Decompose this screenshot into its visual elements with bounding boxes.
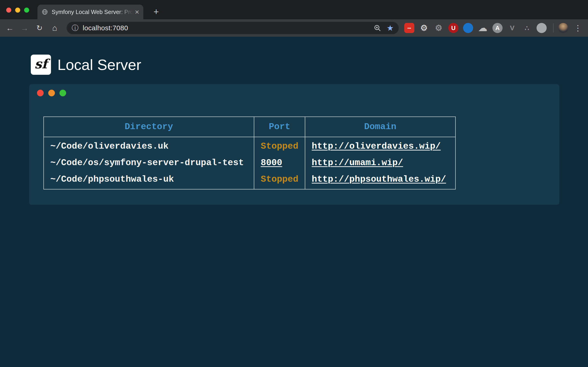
domain-cell: http://phpsouthwales.wip/ [305,171,456,189]
page-title: Local Server [57,56,141,73]
column-header-directory: Directory [44,117,254,137]
page-info-icon[interactable]: ⓘ [72,23,78,33]
extension-red-dots-icon[interactable]: ••• [404,23,414,33]
zoom-indicator-icon[interactable] [373,24,381,32]
server-panel: Directory Port Domain ~/Code/oliverdavie… [29,84,559,205]
extension-gear-dark-icon[interactable]: ⚙ [434,23,444,33]
extension-cloud-icon[interactable]: ☁ [478,23,488,33]
reload-button[interactable]: ↻ [34,23,45,33]
domain-link[interactable]: http://oliverdavies.wip/ [312,141,441,151]
browser-toolbar: ← → ↻ ⌂ ⓘ localhost:7080 ★ ••• ⚙ ⚙ U ☁ A… [0,19,588,37]
panel-dot-green-icon [60,90,66,96]
status-badge: Stopped [261,141,298,151]
domain-link[interactable]: http://phpsouthwales.wip/ [312,174,446,184]
table-row: ~/Code/oliverdavies.uk Stopped http://ol… [44,137,456,155]
bookmark-star-icon[interactable]: ★ [387,24,394,32]
extension-v-icon[interactable]: V [507,23,517,33]
macos-minimize-button[interactable] [15,8,20,13]
toolbar-divider [553,23,553,33]
tab-close-icon[interactable]: × [135,8,139,16]
table-row: ~/Code/phpsouthwales-uk Stopped http://p… [44,171,456,189]
address-bar[interactable]: ⓘ localhost:7080 ★ [67,22,399,34]
domain-cell: http://oliverdavies.wip/ [305,137,456,155]
directory-cell: ~/Code/phpsouthwales-uk [44,171,254,189]
extension-ublock-icon[interactable]: U [448,23,458,33]
brand-header: sf Local Server [31,55,141,75]
domain-link[interactable]: http://umami.wip/ [312,158,403,168]
browser-menu-icon[interactable]: ⋮ [574,23,582,33]
status-badge: Stopped [261,174,298,184]
macos-window-controls [6,8,29,13]
port-cell: Stopped [254,171,305,189]
new-tab-button[interactable]: + [151,6,161,18]
table-row: ~/Code/os/symfony-server-drupal-test 800… [44,155,456,171]
servers-table: Directory Port Domain ~/Code/oliverdavie… [43,117,456,190]
tab-strip: Symfony Local Web Server: Prox × + [0,0,588,19]
forward-button[interactable]: → [19,23,30,33]
table-header-row: Directory Port Domain [44,117,456,137]
column-header-port: Port [254,117,305,137]
extension-blue-circle-icon[interactable] [463,23,473,33]
column-header-domain: Domain [305,117,456,137]
domain-cell: http://umami.wip/ [305,155,456,171]
panel-window-dots [37,90,559,96]
panel-dot-red-icon [37,90,44,96]
extension-octocat-icon[interactable] [536,23,547,33]
page-content: sf Local Server Directory Port Domain ~/… [0,37,588,367]
tab-title: Symfony Local Web Server: Prox [52,9,133,15]
browser-tab-active[interactable]: Symfony Local Web Server: Prox × [37,5,143,19]
extension-letter-a-icon[interactable]: A [493,23,502,33]
directory-cell: ~/Code/oliverdavies.uk [44,137,254,155]
symfony-logo-glyph: sf [35,56,47,71]
directory-cell: ~/Code/os/symfony-server-drupal-test [44,155,254,171]
port-cell: Stopped [254,137,305,155]
port-cell: 8000 [254,155,305,171]
panel-dot-orange-icon [48,90,55,96]
macos-zoom-button[interactable] [24,8,29,13]
avatar[interactable] [558,23,568,33]
extensions-bar: ••• ⚙ ⚙ U ☁ A V ∴ [404,23,547,33]
url-text[interactable]: localhost:7080 [83,24,373,32]
home-button[interactable]: ⌂ [49,23,60,33]
macos-close-button[interactable] [6,8,11,13]
extension-gear-light-icon[interactable]: ⚙ [419,23,429,33]
extension-paw-icon[interactable]: ∴ [522,23,532,33]
symfony-logo: sf [31,55,51,75]
back-button[interactable]: ← [5,23,15,33]
port-link[interactable]: 8000 [261,158,282,168]
globe-favicon-icon [42,9,48,15]
